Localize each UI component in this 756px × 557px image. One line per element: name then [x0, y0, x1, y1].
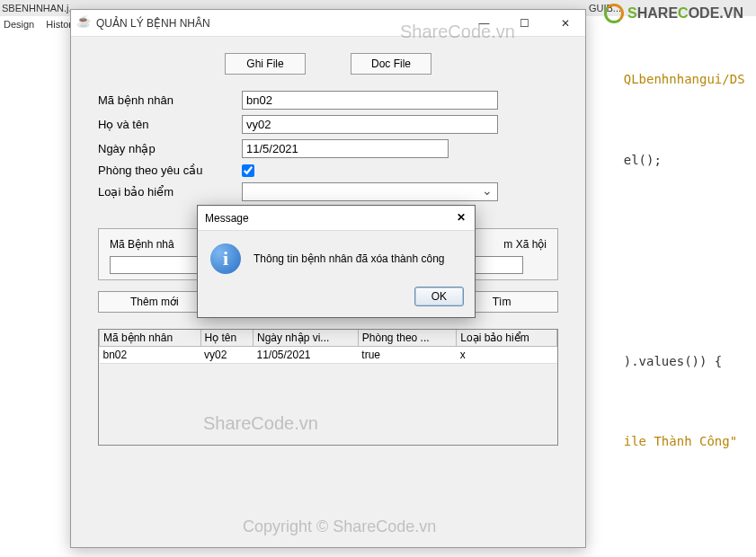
- col-phong[interactable]: Phòng theo ...: [358, 330, 456, 347]
- search-label-ma: Mã Bệnh nhâ: [110, 238, 174, 251]
- label-hoten: Họ và tên: [98, 118, 242, 131]
- design-tab[interactable]: Design: [4, 19, 34, 30]
- titlebar[interactable]: QUẢN LÝ BỆNH NHÂN — ☐ ✕: [71, 10, 585, 37]
- search-label-bhxh: m Xã hội: [503, 238, 547, 251]
- input-ngay[interactable]: [242, 139, 449, 158]
- combo-loai[interactable]: [242, 182, 498, 201]
- patient-table[interactable]: Mã bệnh nhân Họ tên Ngày nhập vi... Phòn…: [98, 329, 558, 446]
- close-button[interactable]: ✕: [545, 10, 585, 37]
- label-ma: Mã bệnh nhân: [98, 93, 242, 107]
- label-loai: Loại bảo hiểm: [98, 185, 242, 199]
- window-title: QUẢN LÝ BỆNH NHÂN: [96, 17, 210, 30]
- doc-file-button[interactable]: Doc File: [351, 53, 431, 75]
- ghi-file-button[interactable]: Ghi File: [225, 53, 306, 75]
- message-dialog: Message ✕ i Thông tin bệnh nhân đã xóa t…: [197, 205, 476, 318]
- dialog-message: Thông tin bệnh nhân đã xóa thành công: [253, 252, 445, 265]
- maximize-button[interactable]: ☐: [504, 10, 545, 37]
- info-icon: i: [210, 243, 241, 274]
- minimize-button[interactable]: —: [464, 10, 504, 37]
- dialog-close-button[interactable]: ✕: [451, 208, 471, 226]
- logo-swirl-icon: [604, 4, 624, 23]
- table-row[interactable]: bn02 vy02 11/05/2021 true x: [100, 347, 557, 364]
- ide-subtabs: Design Histor...: [0, 16, 80, 32]
- checkbox-phong[interactable]: [242, 164, 254, 177]
- input-ma[interactable]: [242, 91, 498, 110]
- ide-tab[interactable]: SBENHNHAN.j...: [2, 3, 77, 13]
- input-hoten[interactable]: [242, 115, 498, 134]
- dialog-titlebar[interactable]: Message ✕: [198, 206, 475, 231]
- col-loai[interactable]: Loại bảo hiểm: [457, 330, 557, 347]
- dialog-title-text: Message: [205, 212, 249, 225]
- code-snippet: QLbenhnhangui/DS el(); ).values()) { ile…: [593, 49, 745, 472]
- col-hoten[interactable]: Họ tên: [200, 330, 253, 347]
- label-phong: Phòng theo yêu cầu: [98, 164, 242, 177]
- ok-button[interactable]: OK: [414, 287, 464, 306]
- col-ma[interactable]: Mã bệnh nhân: [100, 330, 201, 347]
- them-moi-button[interactable]: Thêm mới: [98, 291, 211, 313]
- java-icon: [76, 16, 91, 31]
- label-ngay: Ngày nhập: [98, 142, 242, 155]
- sharecode-logo: SHARECODE.VN: [604, 4, 743, 23]
- col-ngay[interactable]: Ngày nhập vi...: [253, 330, 358, 347]
